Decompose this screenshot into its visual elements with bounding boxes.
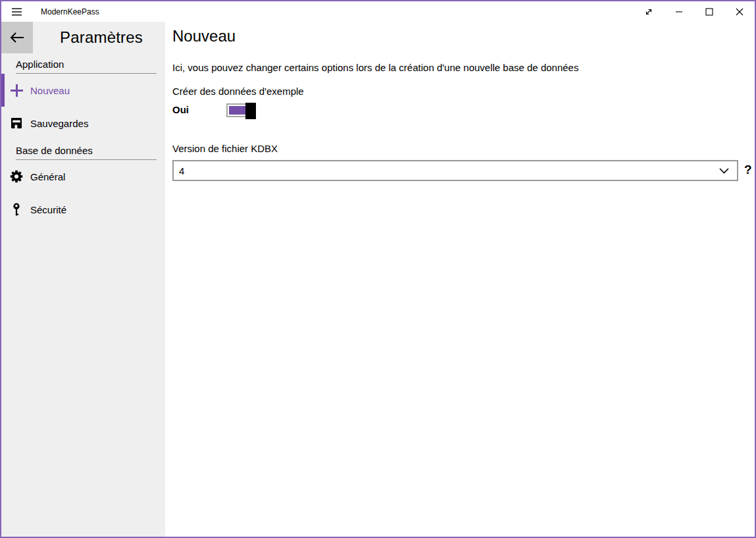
sample-data-toggle[interactable] [226, 103, 253, 117]
hamburger-menu-button[interactable] [1, 1, 32, 22]
sidebar-item-sauvegardes[interactable]: Sauvegardes [1, 107, 165, 140]
settings-pane-title: Paramètres [60, 28, 143, 47]
kdbx-version-label: Version de fichier KDBX [172, 143, 278, 154]
sidebar-section-application: Application [16, 59, 157, 74]
sidebar-section-database: Base de données [16, 145, 157, 160]
sidebar-item-securite[interactable]: Sécurité [1, 193, 165, 226]
titlebar: ModernKeePass [1, 1, 755, 22]
fullscreen-icon [644, 7, 653, 16]
chevron-down-icon [719, 168, 729, 174]
page-description: Ici, vous pouvez changer certains option… [172, 62, 578, 73]
sidebar-header: Paramètres [1, 22, 165, 53]
sidebar-item-label: Général [30, 171, 65, 182]
settings-sidebar: Paramètres Application Nouveau [1, 22, 165, 537]
sample-data-label: Créer des données d'exemple [172, 86, 304, 97]
hamburger-icon [12, 8, 22, 16]
maximize-button[interactable] [694, 1, 724, 22]
toggle-thumb[interactable] [245, 103, 256, 119]
close-icon [736, 8, 743, 16]
fullscreen-button[interactable] [634, 1, 664, 22]
sidebar-item-general[interactable]: Général [1, 160, 165, 193]
page-title: Nouveau [172, 27, 236, 45]
app-window: ModernKeePass [0, 0, 756, 538]
maximize-icon [705, 8, 713, 16]
kdbx-help-button[interactable]: ? [744, 163, 752, 177]
back-arrow-icon [9, 32, 25, 43]
settings-content: Nouveau Ici, vous pouvez changer certain… [165, 22, 755, 537]
sidebar-item-label: Nouveau [30, 85, 70, 96]
minimize-icon [675, 8, 683, 16]
toggle-state-label: Oui [172, 104, 189, 115]
plus-icon [10, 84, 23, 97]
sidebar-item-label: Sécurité [30, 204, 66, 215]
app-title: ModernKeePass [41, 7, 99, 16]
save-icon [10, 117, 23, 130]
back-button[interactable] [1, 22, 33, 53]
gear-icon [10, 170, 23, 183]
kdbx-version-combobox[interactable]: 4 [172, 160, 738, 181]
sidebar-item-label: Sauvegardes [30, 118, 88, 129]
sidebar-item-nouveau[interactable]: Nouveau [1, 74, 165, 107]
minimize-button[interactable] [664, 1, 694, 22]
close-button[interactable] [724, 1, 755, 22]
window-body: Paramètres Application Nouveau [1, 22, 755, 537]
key-icon [10, 203, 23, 216]
combobox-selected-value: 4 [179, 165, 719, 176]
